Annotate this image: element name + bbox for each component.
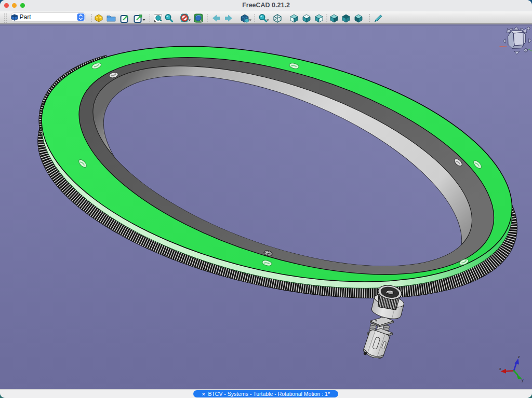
- svg-text:z: z: [518, 355, 520, 359]
- svg-text:x: x: [499, 367, 501, 370]
- svg-text:Part: Part: [20, 13, 32, 21]
- svg-text:y: y: [522, 378, 524, 382]
